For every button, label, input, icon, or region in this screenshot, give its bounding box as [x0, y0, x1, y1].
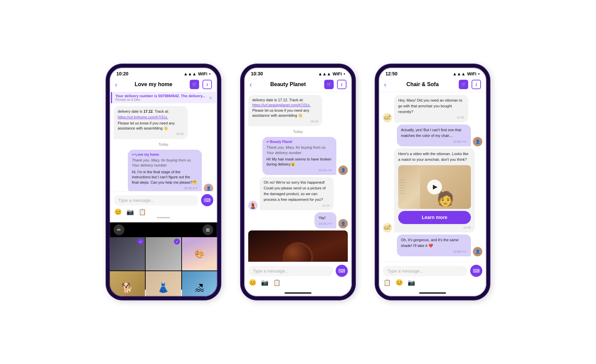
camera-icon-3[interactable]: 📷 — [408, 279, 415, 286]
attach-icon-1[interactable]: 📋 — [139, 208, 146, 216]
user-avatar-1: 👤 — [204, 184, 213, 191]
msg-row-out-1: 👤 ↩ Love my home Thank you, Mary, for bu… — [114, 150, 213, 191]
bubble-3-video: Here's a video with the ottoman. Looks l… — [394, 148, 475, 232]
gallery-cell-art[interactable]: 🎨 — [182, 237, 217, 270]
msg-row-yay: 👤 Yay! 10:25 ✓✓ — [248, 212, 348, 228]
msg-row-3-out-2: 👤 Oh, it's gorgeous, and it's the same s… — [383, 234, 482, 256]
emoji-icon-3[interactable]: 😊 — [396, 279, 403, 286]
attach-icon-2[interactable]: 📋 — [273, 279, 281, 286]
send-btn-1[interactable]: ⌨ — [201, 194, 213, 206]
power-btn-2 — [355, 111, 355, 128]
battery-icon-3: ▪ — [478, 71, 480, 76]
phones-container: 10:20 ▲▲▲ WiFi ▪ ‹ Love my home 🛒 i Your… — [93, 51, 503, 313]
user-avatar-2b: 👤 — [338, 219, 348, 228]
video-thumb-wrap: 〰〰〰〰〰〰〰〰〰〰〰〰 🧑 ▶ — [398, 165, 471, 209]
user-avatar-2: 👤 — [338, 166, 348, 175]
jar-image: ✋ — [248, 230, 348, 262]
gallery-cell-person[interactable]: 👗 — [146, 271, 181, 300]
gallery-cell-room[interactable] — [146, 237, 181, 270]
status-bar-2: 10:30 ▲▲▲ WiFi ▪ — [244, 68, 352, 78]
learn-more-btn[interactable]: Learn more — [398, 211, 471, 224]
signal-icon-3: ▲▲▲ — [452, 71, 465, 76]
pinned-sub-1: Pinned on 6 Dec — [115, 98, 205, 102]
vol-up-btn-3 — [375, 105, 376, 115]
gallery-edit-btn[interactable]: ✏ — [114, 224, 124, 235]
bubble-outgoing-2: ↩ Beauty Planet Thank you, Mary, for buy… — [262, 137, 336, 175]
store-icon-3[interactable]: 🛒 — [459, 80, 468, 89]
delivery-link-1[interactable]: https://url.lmhome.com/h7i31x. — [118, 115, 168, 119]
info-icon-3[interactable]: i — [472, 80, 481, 89]
home-bar-2 — [244, 290, 352, 296]
back-btn-1[interactable]: ‹ — [115, 81, 117, 88]
wifi-icon-3: WiFi — [467, 71, 476, 76]
chat-title-3: Chair & Sofa — [386, 81, 459, 87]
store-icon-1[interactable]: 🛒 — [190, 80, 199, 89]
input-area-1: Type a message... ⌨ 😊 📷 📋 — [110, 191, 217, 222]
bubble-3-in-1: Hey, Mary! Did you need an ottoman to go… — [394, 95, 468, 122]
msg-row-3-out-1: 👤 Actually, yes! But I can't find one th… — [383, 124, 482, 146]
date-sep-1: Today — [114, 142, 213, 146]
status-bar-1: 10:20 ▲▲▲ WiFi ▪ — [110, 68, 217, 78]
store-avatar-2: 💄 — [248, 201, 258, 210]
bubble-3-out-1: Actually, yes! But I can't find one that… — [397, 124, 471, 146]
gallery-cell-car[interactable] — [110, 237, 145, 270]
info-icon-1[interactable]: i — [202, 80, 212, 89]
store-avatar-3a: 🛋 — [383, 113, 392, 122]
chat-title-2: Beauty Planet — [252, 81, 324, 87]
input-area-3: Type a message... ⌨ 📋 😊 📷 — [379, 262, 486, 290]
send-btn-2[interactable]: ⌨ — [336, 265, 348, 277]
battery-icon-1: ▪ — [209, 71, 211, 76]
wifi-icon-2: WiFi — [333, 71, 342, 76]
back-btn-2[interactable]: ‹ — [250, 81, 252, 88]
video-thumbnail[interactable]: 〰〰〰〰〰〰〰〰〰〰〰〰 🧑 ▶ — [398, 165, 471, 209]
gallery-cell-dog[interactable]: 🐕 — [110, 271, 145, 300]
vol-up-btn-2 — [241, 105, 241, 115]
attach-icon-3[interactable]: 📋 — [383, 279, 391, 286]
home-indicator-3 — [419, 292, 446, 294]
vol-up-btn — [106, 105, 107, 115]
photo-gallery-1: ✏ ⊞ 🎨 🐕 👗 🏖 — [110, 222, 217, 290]
bp-link[interactable]: https://url.beautyplanet.com/h7i31x. — [252, 103, 311, 107]
jar-img-row: ✋ — [248, 230, 348, 262]
signal-icon-2: ▲▲▲ — [318, 71, 331, 76]
vol-down-btn-2 — [241, 120, 241, 131]
store-icon-2[interactable]: 🛒 — [324, 80, 334, 89]
message-input-2[interactable]: Type a message... — [248, 266, 333, 276]
time-1: 10:20 — [116, 71, 128, 76]
emoji-icon-1[interactable]: 😊 — [114, 208, 122, 216]
back-btn-3[interactable]: ‹ — [384, 81, 386, 88]
store-avatar-3b: 🛋 — [383, 223, 392, 232]
bubble-yay: Yay! 10:25 ✓✓ — [314, 212, 336, 228]
chat-body-2: delivery date is 17.12. Track at: https:… — [244, 92, 352, 262]
send-btn-3[interactable]: ⌨ — [470, 265, 482, 277]
chat-body-3: 🛋 Hey, Mary! Did you need an ottoman to … — [379, 92, 486, 262]
info-icon-2[interactable]: i — [337, 80, 346, 89]
forwarded-name-2: Beauty Planet — [270, 140, 292, 144]
msg-row-2-0: delivery date is 17.12. Track at: https:… — [248, 95, 348, 126]
time-3: 12:50 — [385, 71, 398, 76]
pinned-msg-1[interactable]: Your delivery number is 5970894542. The … — [111, 92, 216, 103]
home-indicator-2 — [285, 292, 311, 294]
user-avatar-3: 👤 — [473, 137, 482, 146]
message-input-3[interactable]: Type a message... — [383, 266, 468, 276]
phone-2: 10:30 ▲▲▲ WiFi ▪ ‹ Beauty Planet 🛒 i — [241, 64, 355, 300]
gallery-cell-sea[interactable]: 🏖 — [182, 271, 217, 300]
close-pinned-btn[interactable]: ✕ — [209, 95, 213, 101]
message-input-1[interactable]: Type a message... — [114, 195, 198, 206]
play-btn[interactable]: ▶ — [427, 180, 442, 194]
msg-row-3-in-2: 🛋 Here's a video with the ottoman. Looks… — [383, 148, 482, 232]
camera-icon-2[interactable]: 📷 — [261, 279, 268, 286]
vol-down-btn — [106, 120, 107, 131]
bubble-incoming-2b: Oh no! We're so sorry this happened! Cou… — [260, 177, 334, 210]
emoji-icon-2[interactable]: 😊 — [249, 279, 256, 286]
phone-1: 10:20 ▲▲▲ WiFi ▪ ‹ Love my home 🛒 i Your… — [106, 64, 221, 300]
gallery-grid-1: 🎨 🐕 👗 🏖 — [110, 237, 217, 300]
camera-icon-1[interactable]: 📷 — [126, 208, 134, 216]
vol-down-btn-3 — [375, 120, 376, 131]
pinned-text-1: Your delivery number is 5970894542. The … — [115, 94, 205, 98]
time-2: 10:30 — [251, 71, 263, 76]
status-bar-3: 12:50 ▲▲▲ WiFi ▪ — [379, 68, 486, 78]
power-btn — [220, 111, 221, 128]
power-btn-3 — [489, 111, 490, 128]
gallery-grid-btn[interactable]: ⊞ — [202, 224, 213, 235]
